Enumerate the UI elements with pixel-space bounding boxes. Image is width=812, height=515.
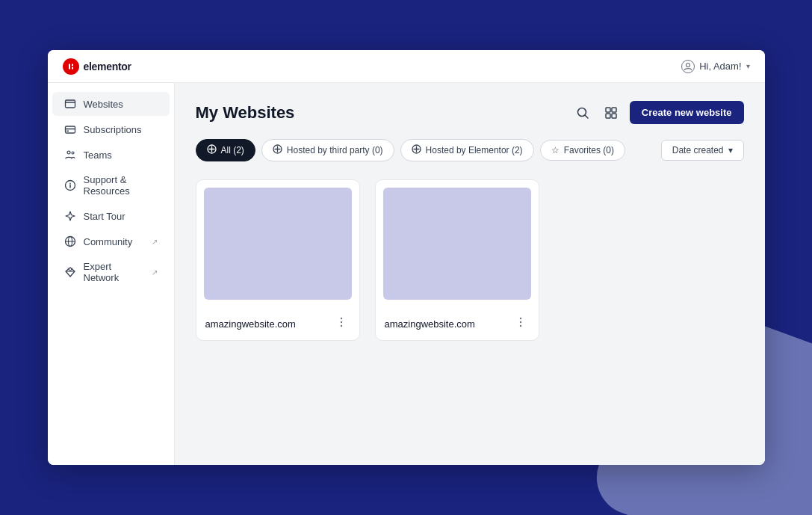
browser-window: elementor Hi, Adam! ▾ (48, 50, 765, 465)
website-card-2[interactable]: amazingwebsite.com (375, 179, 539, 341)
sparkle-icon (64, 210, 76, 222)
svg-point-22 (577, 108, 586, 116)
info-icon (64, 179, 76, 191)
sidebar-item-support[interactable]: Support & Resources (52, 168, 170, 203)
user-chevron-icon: ▾ (746, 62, 750, 70)
sidebar-item-subscriptions[interactable]: Subscriptions (52, 117, 170, 141)
filter-tabs: All (2) Hosted by third party (0) (196, 139, 625, 161)
svg-rect-1 (69, 64, 70, 69)
sidebar-item-teams[interactable]: Teams (52, 143, 170, 167)
filter-tab-all[interactable]: All (2) (196, 139, 255, 161)
svg-rect-2 (72, 64, 73, 66)
user-avatar-icon (681, 60, 695, 73)
search-button[interactable] (573, 103, 592, 123)
sort-label: Date created (672, 145, 724, 155)
main-layout: Websites Subscriptions (48, 83, 765, 465)
svg-point-38 (340, 321, 341, 323)
browser-icon (64, 98, 76, 110)
content-header: My Websites (196, 101, 744, 124)
card-domain-1: amazingwebsite.com (205, 318, 296, 330)
outer-background: elementor Hi, Adam! ▾ (0, 0, 812, 515)
sidebar-label-expert-network: Expert Network (84, 261, 144, 283)
sidebar-item-start-tour[interactable]: Start Tour (52, 204, 170, 228)
sidebar-item-websites[interactable]: Websites (52, 92, 170, 116)
card-thumbnail-1 (204, 188, 352, 300)
svg-point-4 (687, 63, 690, 67)
tab-label-all: All (2) (221, 145, 244, 155)
user-name-label: Hi, Adam! (699, 61, 741, 72)
grid-view-button[interactable] (601, 103, 621, 123)
user-menu[interactable]: Hi, Adam! ▾ (681, 60, 749, 73)
diamond-icon (64, 266, 76, 278)
websites-grid: amazingwebsite.com (196, 179, 719, 341)
svg-point-41 (519, 321, 521, 323)
svg-point-37 (340, 318, 341, 319)
svg-rect-27 (612, 114, 616, 118)
svg-rect-7 (65, 126, 75, 133)
filter-row: All (2) Hosted by third party (0) (196, 139, 744, 161)
sort-dropdown[interactable]: Date created ▾ (661, 140, 744, 161)
card-footer-1: amazingwebsite.com (196, 307, 359, 340)
svg-point-0 (66, 61, 76, 72)
card-menu-button-1[interactable] (332, 315, 350, 333)
sidebar-label-teams: Teams (84, 149, 112, 161)
sidebar-item-expert-network[interactable]: Expert Network ↗ (52, 255, 170, 289)
tab-label-third-party: Hosted by third party (0) (287, 145, 383, 155)
card-menu-button-2[interactable] (512, 315, 530, 333)
logo-area: elementor (63, 58, 131, 75)
filter-tab-elementor[interactable]: Hosted by Elementor (2) (400, 139, 534, 161)
svg-line-23 (585, 115, 588, 118)
tab-icon-favorites: ☆ (551, 145, 560, 155)
card-thumbnail-2 (383, 188, 531, 300)
external-link-icon-expert: ↗ (152, 268, 158, 277)
svg-marker-18 (66, 268, 75, 277)
svg-rect-5 (65, 100, 75, 108)
svg-rect-26 (606, 114, 610, 118)
filter-tab-third-party[interactable]: Hosted by third party (0) (261, 139, 394, 161)
website-card-1[interactable]: amazingwebsite.com (196, 179, 360, 341)
card-icon (64, 123, 76, 135)
header-actions: Create new website (573, 101, 744, 124)
filter-tab-favorites[interactable]: ☆ Favorites (0) (540, 140, 625, 161)
sidebar: Websites Subscriptions (48, 83, 175, 465)
sidebar-label-websites: Websites (84, 99, 123, 110)
svg-point-40 (519, 318, 521, 319)
content-area: My Websites (175, 83, 765, 465)
card-domain-2: amazingwebsite.com (385, 318, 475, 330)
top-bar: elementor Hi, Adam! ▾ (48, 50, 765, 83)
svg-rect-24 (606, 108, 610, 112)
team-icon (64, 149, 76, 161)
sidebar-label-support: Support & Resources (84, 174, 158, 197)
tab-label-favorites: Favorites (0) (564, 145, 614, 155)
svg-point-10 (67, 151, 70, 154)
sidebar-item-community[interactable]: Community ↗ (52, 229, 170, 253)
sidebar-label-subscriptions: Subscriptions (84, 124, 142, 135)
svg-point-42 (519, 325, 521, 327)
tab-icon-all (207, 144, 217, 156)
page-title: My Websites (196, 103, 295, 123)
elementor-logo-icon (63, 58, 79, 75)
svg-rect-9 (66, 131, 69, 132)
external-link-icon-community: ↗ (152, 238, 158, 246)
svg-rect-3 (72, 67, 73, 69)
svg-point-14 (69, 182, 71, 184)
card-footer-2: amazingwebsite.com (376, 307, 539, 340)
sort-chevron-icon: ▾ (728, 145, 733, 155)
create-website-button[interactable]: Create new website (630, 101, 744, 124)
sidebar-label-community: Community (84, 236, 133, 247)
tab-icon-third-party (273, 144, 282, 156)
sidebar-label-start-tour: Start Tour (84, 211, 125, 222)
tab-label-elementor: Hosted by Elementor (2) (426, 145, 523, 155)
logo-text: elementor (84, 61, 131, 73)
tab-icon-elementor (412, 144, 421, 156)
svg-point-39 (340, 325, 341, 327)
globe-icon (64, 235, 76, 247)
svg-rect-25 (612, 108, 616, 112)
svg-point-11 (72, 152, 74, 154)
